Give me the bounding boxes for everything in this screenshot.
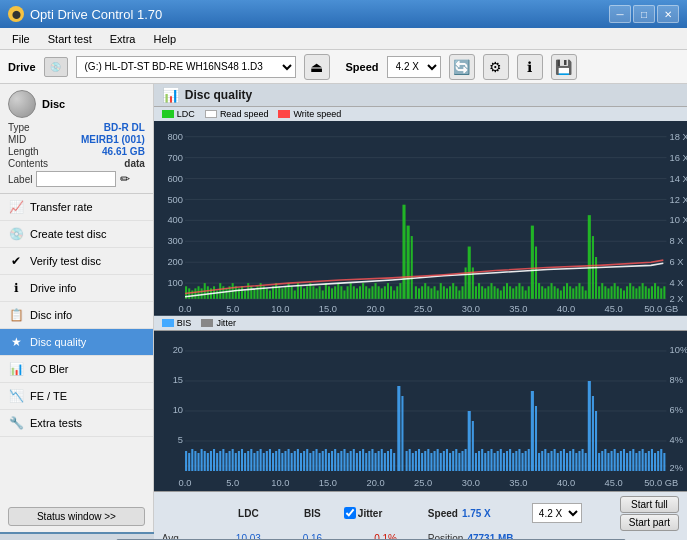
svg-rect-327	[531, 391, 534, 471]
minimize-button[interactable]: ─	[609, 5, 631, 23]
svg-rect-88	[340, 286, 342, 299]
svg-rect-319	[506, 451, 508, 471]
app-title: Opti Drive Control 1.70	[30, 7, 162, 22]
svg-rect-257	[309, 453, 311, 471]
svg-text:25.0: 25.0	[414, 304, 432, 314]
svg-rect-302	[452, 451, 454, 471]
speed-dropdown[interactable]: 4.2 X	[532, 503, 582, 523]
svg-rect-73	[294, 290, 296, 298]
disc-label-label: Label	[8, 174, 32, 185]
sidebar-item-create-test-disc[interactable]: 💿 Create test disc	[0, 221, 153, 248]
edit-label-icon[interactable]: ✏	[120, 172, 130, 186]
svg-rect-98	[406, 226, 409, 299]
info-button[interactable]: ℹ	[517, 54, 543, 80]
svg-rect-356	[623, 449, 625, 471]
svg-text:10: 10	[172, 405, 182, 415]
disc-label-input[interactable]	[36, 171, 116, 187]
svg-rect-144	[518, 283, 520, 299]
svg-rect-294	[427, 449, 429, 471]
sidebar-item-drive-info[interactable]: ℹ Drive info	[0, 275, 153, 302]
settings-button[interactable]: ⚙	[483, 54, 509, 80]
svg-rect-348	[598, 453, 600, 471]
read-speed-legend-box	[205, 110, 217, 118]
save-button[interactable]: 💾	[551, 54, 577, 80]
menu-start-test[interactable]: Start test	[40, 31, 100, 47]
mid-label: MID	[8, 134, 26, 145]
drive-select[interactable]: (G:) HL-DT-ST BD-RE WH16NS48 1.D3	[76, 56, 296, 78]
svg-rect-171	[604, 286, 606, 299]
svg-rect-366	[654, 453, 656, 471]
svg-rect-108	[393, 290, 395, 298]
svg-rect-182	[638, 286, 640, 299]
svg-rect-275	[365, 453, 367, 471]
svg-text:10.0: 10.0	[271, 304, 289, 314]
svg-rect-217	[185, 451, 187, 471]
svg-rect-151	[541, 286, 543, 299]
svg-rect-154	[550, 283, 552, 299]
contents-value: data	[124, 158, 145, 169]
svg-rect-114	[424, 283, 426, 299]
svg-text:4%: 4%	[669, 435, 682, 445]
svg-text:600: 600	[167, 174, 183, 184]
svg-rect-340	[572, 449, 574, 471]
svg-rect-362	[641, 449, 643, 471]
svg-rect-253	[297, 449, 299, 471]
sidebar-item-verify-test-disc[interactable]: ✔ Verify test disc	[0, 248, 153, 275]
svg-text:35.0: 35.0	[509, 478, 527, 488]
svg-rect-245	[272, 453, 274, 471]
svg-rect-175	[617, 286, 619, 299]
sidebar: Disc Type BD-R DL MID MEIRB1 (001) Lengt…	[0, 84, 154, 532]
svg-rect-271	[353, 449, 355, 471]
svg-rect-79	[312, 286, 314, 299]
svg-rect-165	[585, 290, 587, 298]
svg-rect-86	[334, 286, 336, 299]
svg-rect-296	[433, 451, 435, 471]
svg-rect-360	[635, 453, 637, 471]
svg-rect-270	[350, 451, 352, 471]
svg-rect-265	[334, 449, 336, 471]
start-full-button[interactable]: Start full	[620, 496, 679, 513]
svg-rect-164	[581, 286, 583, 299]
speed-select[interactable]: 4.2 X	[387, 56, 441, 78]
svg-rect-346	[592, 396, 594, 471]
refresh-button[interactable]: 🔄	[449, 54, 475, 80]
sidebar-item-disc-info[interactable]: 📋 Disc info	[0, 302, 153, 329]
svg-rect-147	[528, 286, 530, 299]
jitter-checkbox[interactable]	[344, 507, 356, 519]
svg-rect-148	[531, 226, 534, 299]
sidebar-item-extra-tests[interactable]: 🔧 Extra tests	[0, 410, 153, 437]
svg-rect-322	[515, 451, 517, 471]
svg-rect-307	[468, 411, 471, 471]
sidebar-item-fe-te[interactable]: 📉 FE / TE	[0, 383, 153, 410]
sidebar-item-transfer-rate[interactable]: 📈 Transfer rate	[0, 194, 153, 221]
start-part-button[interactable]: Start part	[620, 514, 679, 531]
svg-rect-109	[396, 286, 398, 299]
svg-rect-238	[250, 449, 252, 471]
menu-file[interactable]: File	[4, 31, 38, 47]
bis-legend-label: BIS	[177, 318, 192, 328]
menu-help[interactable]: Help	[145, 31, 184, 47]
sidebar-item-cd-bler[interactable]: 📊 CD Bler	[0, 356, 153, 383]
svg-rect-112	[418, 288, 420, 298]
ldc-legend-box	[162, 110, 174, 118]
drive-icon: 💿	[44, 57, 68, 77]
svg-rect-166	[588, 215, 591, 299]
status-window-button[interactable]: Status window >>	[8, 507, 145, 526]
svg-rect-250	[287, 449, 289, 471]
eject-button[interactable]: ⏏	[304, 54, 330, 80]
sidebar-item-disc-quality[interactable]: ★ Disc quality	[0, 329, 153, 356]
write-speed-legend-box	[278, 110, 290, 118]
svg-rect-247	[278, 449, 280, 471]
svg-rect-301	[449, 453, 451, 471]
close-button[interactable]: ✕	[657, 5, 679, 23]
menu-extra[interactable]: Extra	[102, 31, 144, 47]
maximize-button[interactable]: □	[633, 5, 655, 23]
svg-rect-99	[411, 236, 413, 299]
svg-rect-281	[377, 451, 379, 471]
sidebar-item-label-transfer-rate: Transfer rate	[30, 201, 93, 213]
svg-text:25.0: 25.0	[414, 478, 432, 488]
svg-rect-90	[346, 286, 348, 299]
svg-rect-222	[200, 449, 202, 471]
svg-rect-49	[219, 283, 221, 299]
svg-rect-76	[303, 288, 305, 298]
